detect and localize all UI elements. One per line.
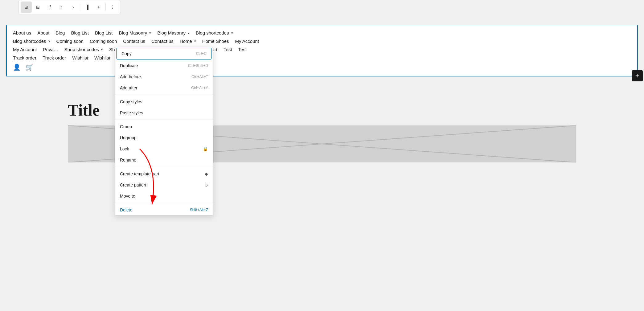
drag-btn[interactable]: ⠿ bbox=[44, 2, 55, 13]
nav-item-blog[interactable]: Blog bbox=[55, 30, 65, 35]
nav-item-wishlist-2[interactable]: Wishlist bbox=[94, 55, 110, 60]
menu-item-ungroup-label: Ungroup bbox=[120, 135, 137, 140]
menu-item-create-pattern-label: Create pattern bbox=[120, 182, 148, 187]
title-area: Title bbox=[6, 95, 638, 125]
menu-item-add-before[interactable]: Add before Ctrl+Alt+T bbox=[115, 71, 213, 82]
menu-item-ungroup[interactable]: Ungroup bbox=[115, 132, 213, 143]
menu-item-lock-label: Lock bbox=[120, 146, 129, 151]
menu-item-group-label: Group bbox=[120, 124, 132, 129]
nav-row-3: My Account Priva… Shop shortcodes Shop s… bbox=[13, 47, 631, 52]
nav-item-test-1[interactable]: Test bbox=[224, 47, 232, 52]
nav-item-blog-shortcodes-1[interactable]: Blog shortcodes bbox=[196, 30, 233, 35]
menu-item-add-after-shortcut: Ctrl+Alt+Y bbox=[191, 86, 208, 90]
nav-block: About us About Blog Blog List Blog List … bbox=[6, 25, 638, 76]
menu-item-copy-label: Copy bbox=[121, 51, 132, 56]
menu-item-duplicate[interactable]: Duplicate Ctrl+Shift+D bbox=[115, 60, 213, 71]
menu-item-paste-styles[interactable]: Paste styles bbox=[115, 107, 213, 118]
menu-item-add-after-label: Add after bbox=[120, 85, 137, 90]
nav-item-about-us[interactable]: About us bbox=[13, 30, 31, 35]
nav-item-my-account-1[interactable]: My Account bbox=[235, 39, 259, 44]
menu-item-move-to[interactable]: Move to bbox=[115, 190, 213, 202]
nav-item-test-2[interactable]: Test bbox=[238, 47, 247, 52]
menu-item-lock[interactable]: Lock 🔒 bbox=[115, 143, 213, 154]
nav-item-coming-soon-1[interactable]: Coming soon bbox=[56, 39, 84, 44]
menu-item-delete-label: Delete bbox=[120, 207, 132, 212]
nav-item-contact-us-1[interactable]: Contact us bbox=[123, 39, 145, 44]
menu-divider-2 bbox=[115, 120, 213, 120]
user-icon[interactable]: 👤 bbox=[13, 63, 21, 71]
block-icon-btn-1[interactable]: ⊞ bbox=[21, 2, 32, 13]
add-block-btn[interactable]: + bbox=[632, 70, 643, 81]
nav-item-blog-list-2[interactable]: Blog List bbox=[95, 30, 113, 35]
cart-icon[interactable]: 🛒 bbox=[26, 63, 33, 71]
nav-item-track-order-2[interactable]: Track order bbox=[43, 55, 66, 60]
nav-item-about[interactable]: About bbox=[37, 30, 49, 35]
menu-divider-3 bbox=[115, 167, 213, 167]
nav-item-my-account-2[interactable]: My Account bbox=[13, 47, 37, 52]
editor-toolbar: ⊞ ⊞ ⠿ ‹ › ▐ + ⋮ bbox=[18, 0, 120, 14]
menu-item-move-to-label: Move to bbox=[120, 194, 135, 198]
menu-item-create-template[interactable]: Create template part ◆ bbox=[115, 168, 213, 179]
menu-item-duplicate-label: Duplicate bbox=[120, 63, 138, 68]
nav-row-4: Track order Track order Wishlist Wishlis… bbox=[13, 55, 631, 60]
nav-item-home-shoes[interactable]: Home Shoes bbox=[202, 39, 229, 44]
menu-item-add-before-label: Add before bbox=[120, 74, 141, 79]
menu-item-copy-styles[interactable]: Copy styles bbox=[115, 96, 213, 107]
menu-item-delete[interactable]: Delete Shift+Alt+Z bbox=[115, 204, 213, 215]
align-btn[interactable]: ▐ bbox=[81, 2, 92, 13]
nav-item-contact-us-2[interactable]: Contact us bbox=[151, 39, 174, 44]
menu-divider-1 bbox=[115, 95, 213, 95]
nav-item-shop-shortcodes-1[interactable]: Shop shortcodes bbox=[64, 47, 103, 52]
menu-item-paste-styles-label: Paste styles bbox=[120, 110, 143, 115]
menu-item-group[interactable]: Group bbox=[115, 121, 213, 132]
pattern-icon: ◇ bbox=[205, 182, 208, 187]
editor-area: About us About Blog Blog List Blog List … bbox=[0, 18, 644, 311]
menu-item-rename-label: Rename bbox=[120, 158, 136, 162]
nav-next-btn[interactable]: › bbox=[68, 2, 79, 13]
menu-divider-4 bbox=[115, 203, 213, 203]
nav-item-blog-list-1[interactable]: Blog List bbox=[71, 30, 89, 35]
block-icon-btn-2[interactable]: ⊞ bbox=[32, 2, 43, 13]
nav-item-wishlist-1[interactable]: Wishlist bbox=[72, 55, 88, 60]
menu-item-add-before-shortcut: Ctrl+Alt+T bbox=[191, 75, 208, 79]
menu-item-duplicate-shortcut: Ctrl+Shift+D bbox=[188, 63, 208, 68]
nav-item-home[interactable]: Home bbox=[180, 39, 196, 44]
nav-item-blog-masonry-2[interactable]: Blog Masonry bbox=[157, 30, 190, 35]
toolbar-divider-1 bbox=[80, 3, 80, 11]
lock-icon: 🔒 bbox=[203, 146, 208, 151]
add-btn[interactable]: + bbox=[93, 2, 104, 13]
more-options-btn[interactable]: ⋮ bbox=[107, 2, 118, 13]
menu-item-copy[interactable]: Copy Ctrl+C bbox=[116, 48, 212, 59]
menu-item-copy-shortcut: Ctrl+C bbox=[196, 51, 207, 56]
toolbar-divider-2 bbox=[105, 3, 106, 11]
menu-item-create-pattern[interactable]: Create pattern ◇ bbox=[115, 179, 213, 190]
menu-item-create-template-label: Create template part bbox=[120, 171, 159, 176]
template-icon: ◆ bbox=[205, 171, 208, 176]
nav-icons-row: 👤 🛒 bbox=[13, 63, 631, 71]
menu-item-delete-shortcut: Shift+Alt+Z bbox=[190, 208, 208, 212]
nav-item-privacy[interactable]: Priva… bbox=[43, 47, 58, 52]
menu-item-rename[interactable]: Rename bbox=[115, 154, 213, 166]
nav-row-1: About us About Blog Blog List Blog List … bbox=[13, 30, 631, 35]
nav-item-coming-soon-2[interactable]: Coming soon bbox=[90, 39, 117, 44]
nav-item-track-order-1[interactable]: Track order bbox=[13, 55, 36, 60]
menu-item-copy-styles-label: Copy styles bbox=[120, 99, 142, 104]
nav-item-blog-shortcodes-2[interactable]: Blog shortcodes bbox=[13, 39, 50, 44]
nav-row-2: Blog shortcodes Coming soon Coming soon … bbox=[13, 39, 631, 44]
menu-item-add-after[interactable]: Add after Ctrl+Alt+Y bbox=[115, 82, 213, 93]
context-menu: Copy Ctrl+C Duplicate Ctrl+Shift+D Add b… bbox=[115, 47, 213, 216]
nav-item-blog-masonry-1[interactable]: Blog Masonry bbox=[119, 30, 151, 35]
nav-prev-btn[interactable]: ‹ bbox=[56, 2, 67, 13]
